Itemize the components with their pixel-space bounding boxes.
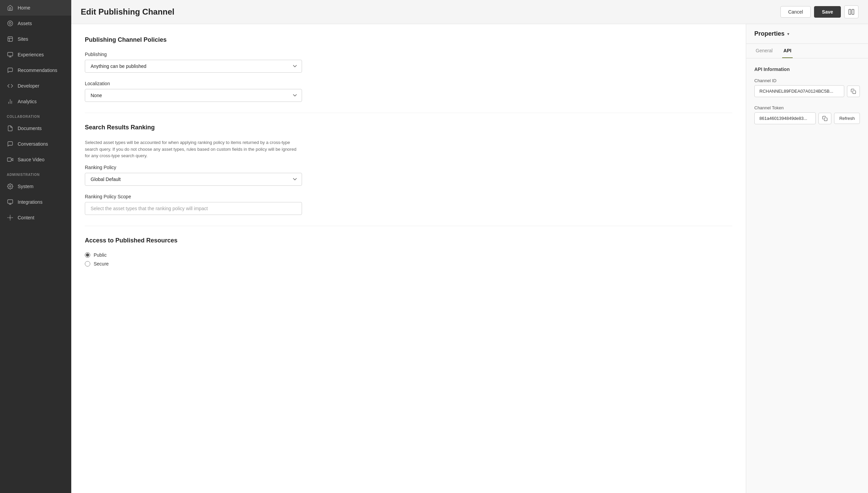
sidebar: Home Assets Sites Experiences xyxy=(0,0,71,493)
channel-token-group: Channel Token 861a4601394849de83... Refr… xyxy=(754,105,860,124)
svg-point-0 xyxy=(8,21,13,26)
sidebar-item-developer[interactable]: Developer xyxy=(0,78,71,94)
svg-rect-22 xyxy=(853,91,856,94)
localization-label: Localization xyxy=(85,81,732,86)
collaboration-section-label: COLLABORATION xyxy=(0,109,71,121)
page-title: Edit Publishing Channel xyxy=(81,7,174,17)
svg-rect-12 xyxy=(8,200,13,203)
experiences-icon xyxy=(7,51,14,58)
ranking-policy-select[interactable]: Global Default Custom Policy 1 Custom Po… xyxy=(85,173,302,186)
save-button[interactable]: Save xyxy=(814,6,841,18)
localization-group: Localization None English French Spanish xyxy=(85,81,732,102)
search-ranking-title: Search Results Ranking xyxy=(85,124,732,131)
assets-icon xyxy=(7,20,14,27)
section-divider-1 xyxy=(85,113,732,113)
svg-marker-9 xyxy=(11,158,13,161)
page-header: Edit Publishing Channel Cancel Save xyxy=(71,0,868,24)
svg-rect-21 xyxy=(852,10,854,15)
channel-token-label: Channel Token xyxy=(754,105,860,110)
copy-channel-token-button[interactable] xyxy=(818,113,831,124)
svg-rect-10 xyxy=(7,158,11,162)
developer-icon xyxy=(7,83,14,89)
ranking-scope-group: Ranking Policy Scope xyxy=(85,194,732,215)
content-icon xyxy=(7,214,14,221)
recommendations-icon xyxy=(7,67,14,74)
conversations-icon xyxy=(7,141,14,147)
section-divider-2 xyxy=(85,226,732,226)
radio-public-input[interactable] xyxy=(85,252,90,258)
svg-rect-23 xyxy=(824,118,827,121)
channel-id-label: Channel ID xyxy=(754,78,860,83)
radio-secure-label: Secure xyxy=(94,261,109,267)
sidebar-item-sites[interactable]: Sites xyxy=(0,31,71,47)
api-section-title: API Information xyxy=(754,67,860,72)
integrations-icon xyxy=(7,199,14,205)
sidebar-item-analytics[interactable]: Analytics xyxy=(0,94,71,109)
refresh-button[interactable]: Refresh xyxy=(834,113,860,124)
sidebar-item-documents[interactable]: Documents xyxy=(0,121,71,136)
documents-icon xyxy=(7,125,14,132)
sidebar-item-sauce-video[interactable]: Sauce Video xyxy=(0,152,71,167)
ranking-policy-group: Ranking Policy Global Default Custom Pol… xyxy=(85,165,732,186)
sidebar-item-developer-label: Developer xyxy=(18,83,39,89)
sidebar-item-home-label: Home xyxy=(18,5,30,11)
home-icon xyxy=(7,4,14,11)
publishing-select[interactable]: Anything can be published Only approved … xyxy=(85,60,302,73)
sidebar-item-documents-label: Documents xyxy=(18,126,42,131)
sidebar-item-recommendations[interactable]: Recommendations xyxy=(0,62,71,78)
publishing-group: Publishing Anything can be published Onl… xyxy=(85,52,732,73)
properties-panel: Properties ▾ General API API Information… xyxy=(746,24,868,493)
access-radio-group: Public Secure xyxy=(85,252,732,267)
sidebar-item-integrations[interactable]: Integrations xyxy=(0,194,71,210)
publishing-label: Publishing xyxy=(85,52,732,57)
header-actions: Cancel Save xyxy=(780,5,858,18)
tab-general[interactable]: General xyxy=(754,44,774,58)
channel-id-field-group: RCHANNEL89FDEA07A0124BC5B... xyxy=(754,85,860,97)
content-area: Publishing Channel Policies Publishing A… xyxy=(71,24,868,493)
sidebar-item-system[interactable]: System xyxy=(0,179,71,194)
channel-token-value: 861a4601394849de83... xyxy=(754,112,816,124)
form-section: Publishing Channel Policies Publishing A… xyxy=(71,24,746,493)
sidebar-item-assets-label: Assets xyxy=(18,21,32,26)
localization-select[interactable]: None English French Spanish xyxy=(85,89,302,102)
copy-channel-id-button[interactable] xyxy=(847,86,860,97)
layout-toggle-button[interactable] xyxy=(844,5,858,18)
radio-public-label: Public xyxy=(94,252,107,258)
copy-icon xyxy=(851,89,856,94)
properties-content: API Information Channel ID RCHANNEL89FDE… xyxy=(746,58,868,141)
sidebar-item-assets[interactable]: Assets xyxy=(0,16,71,31)
sidebar-item-sauce-video-label: Sauce Video xyxy=(18,157,44,162)
properties-tabs: General API xyxy=(746,44,868,58)
sidebar-item-home[interactable]: Home xyxy=(0,0,71,16)
channel-token-field-group: 861a4601394849de83... Refresh xyxy=(754,112,860,124)
svg-rect-2 xyxy=(8,37,13,41)
sites-icon xyxy=(7,36,14,42)
svg-rect-3 xyxy=(8,52,13,56)
access-title: Access to Published Resources xyxy=(85,237,732,244)
ranking-scope-input[interactable] xyxy=(85,202,302,215)
sauce-video-icon xyxy=(7,156,14,163)
ranking-scope-label: Ranking Policy Scope xyxy=(85,194,732,199)
radio-secure-input[interactable] xyxy=(85,261,90,267)
properties-title: Properties xyxy=(754,30,785,37)
channel-id-group: Channel ID RCHANNEL89FDEA07A0124BC5B... xyxy=(754,78,860,97)
sidebar-item-experiences-label: Experiences xyxy=(18,52,44,57)
ranking-policy-label: Ranking Policy xyxy=(85,165,732,170)
copy-token-icon xyxy=(822,116,828,121)
sidebar-item-integrations-label: Integrations xyxy=(18,199,42,205)
svg-point-15 xyxy=(10,217,11,219)
sidebar-item-recommendations-label: Recommendations xyxy=(18,68,57,73)
sidebar-item-content[interactable]: Content xyxy=(0,210,71,225)
sidebar-item-experiences[interactable]: Experiences xyxy=(0,47,71,62)
sidebar-item-conversations[interactable]: Conversations xyxy=(0,136,71,152)
publishing-policies-title: Publishing Channel Policies xyxy=(85,36,732,43)
sidebar-item-sites-label: Sites xyxy=(18,36,28,42)
properties-chevron-icon[interactable]: ▾ xyxy=(787,32,789,36)
sidebar-item-conversations-label: Conversations xyxy=(18,141,48,147)
radio-public[interactable]: Public xyxy=(85,252,732,258)
radio-secure[interactable]: Secure xyxy=(85,261,732,267)
search-description: Selected asset types will be accounted f… xyxy=(85,139,302,159)
cancel-button[interactable]: Cancel xyxy=(780,6,811,18)
properties-header: Properties ▾ xyxy=(746,24,868,44)
tab-api[interactable]: API xyxy=(782,44,793,58)
